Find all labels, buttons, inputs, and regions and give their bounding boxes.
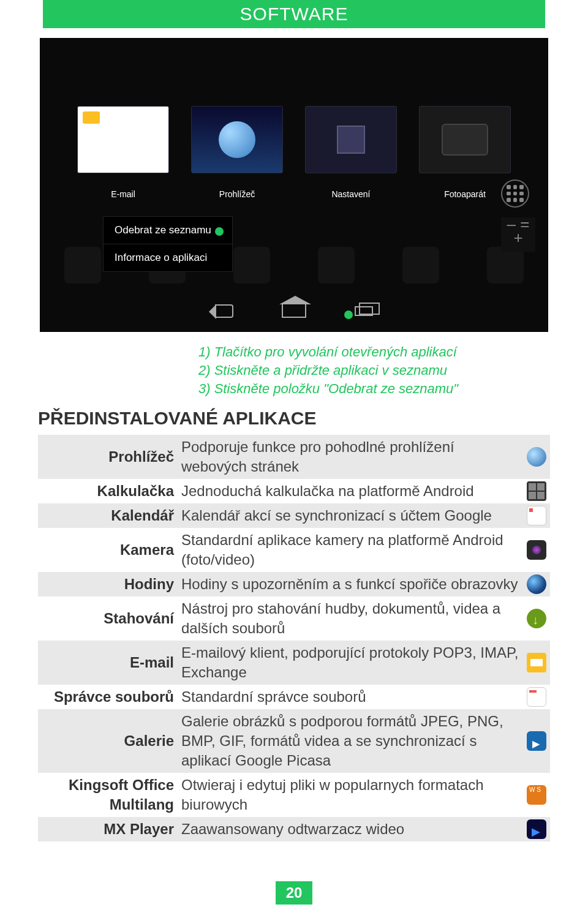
app-name: MX Player xyxy=(38,817,179,841)
recent-apps-row: E-mail Prohlížeč Nastavení Fotoaparát xyxy=(77,106,511,199)
app-icon-cell xyxy=(523,685,550,709)
recent-app-label: Prohlížeč xyxy=(219,189,255,199)
mail-icon xyxy=(527,653,546,672)
app-name: Kalendář xyxy=(38,503,179,528)
app-icon-cell xyxy=(523,709,550,773)
recent-app-label: Nastavení xyxy=(331,189,370,199)
nav-recent-button[interactable] xyxy=(350,302,377,320)
app-name: Prohlížeč xyxy=(38,435,179,479)
context-menu: Odebrat ze seznamu Informace o aplikaci xyxy=(103,216,233,272)
app-name: Správce souborů xyxy=(38,685,179,709)
page-number: 20 xyxy=(276,881,312,905)
app-icon-cell xyxy=(523,641,550,685)
browser-thumb xyxy=(191,106,283,173)
app-icon-cell xyxy=(523,596,550,641)
cam-icon xyxy=(527,540,546,560)
mx-icon xyxy=(527,819,546,839)
app-icon-cell xyxy=(523,435,550,479)
callout-line: 3) Stiskněte položku "Odebrat ze seznamu… xyxy=(196,380,518,398)
app-name: Hodiny xyxy=(38,572,179,596)
app-name: Galerie xyxy=(38,709,179,773)
app-description: Otwieraj i edytuj pliki w popularnych fo… xyxy=(179,773,523,817)
recent-app-camera[interactable]: Fotoaparát xyxy=(419,106,511,199)
dl-icon xyxy=(527,609,546,628)
calculator-widget-icon: – =+ xyxy=(501,217,535,252)
table-row: GalerieGalerie obrázků s podporou formát… xyxy=(38,709,550,773)
header-bar: SOFTWARE xyxy=(43,0,545,28)
recent-app-label: Fotoaparát xyxy=(444,189,486,199)
callout-line: 1) Tlačítko pro vyvolání otevřených apli… xyxy=(196,343,518,361)
app-name: Kingsoft Office Multilang xyxy=(38,773,179,817)
app-name: Kalkulačka xyxy=(38,479,179,503)
callout-marker-3 xyxy=(215,227,224,236)
table-row: StahováníNástroj pro stahování hudby, do… xyxy=(38,596,550,641)
recent-app-settings[interactable]: Nastavení xyxy=(305,106,397,199)
app-description: E-mailový klient, podporující protokoly … xyxy=(179,641,523,685)
browser-icon xyxy=(527,447,546,467)
app-description: Standardní aplikace kamery na platformě … xyxy=(179,528,523,572)
app-description: Galerie obrázků s podporou formátů JPEG,… xyxy=(179,709,523,773)
gal-icon xyxy=(527,731,546,751)
camera-thumb xyxy=(419,106,511,173)
recent-app-label: E-mail xyxy=(111,189,135,199)
nav-bar xyxy=(40,302,548,320)
table-row: KameraStandardní aplikace kamery na plat… xyxy=(38,528,550,572)
app-description: Jednoduchá kalkulačka na platformě Andro… xyxy=(179,479,523,503)
header-title: SOFTWARE xyxy=(240,4,349,24)
table-row: HodinyHodiny s upozorněním a s funkcí sp… xyxy=(38,572,550,596)
app-icon-cell xyxy=(523,572,550,596)
app-name: Stahování xyxy=(38,596,179,641)
table-row: ProhlížečPodporuje funkce pro pohodlné p… xyxy=(38,435,550,479)
menu-info[interactable]: Informace o aplikaci xyxy=(104,244,232,271)
calc-icon xyxy=(527,481,546,501)
app-description: Podporuje funkce pro pohodlné prohlížení… xyxy=(179,435,523,479)
app-description: Nástroj pro stahování hudby, dokumentů, … xyxy=(179,596,523,641)
app-description: Kalendář akcí se synchronizací s účtem G… xyxy=(179,503,523,528)
email-thumb xyxy=(77,106,169,173)
callout-marker-1 xyxy=(344,310,353,319)
recent-app-email[interactable]: E-mail xyxy=(77,106,169,199)
table-row: E-mailE-mailový klient, podporující prot… xyxy=(38,641,550,685)
clock-icon xyxy=(527,574,546,594)
app-icon-cell xyxy=(523,479,550,503)
app-description: Hodiny s upozorněním a s funkcí spořiče … xyxy=(179,572,523,596)
ko-icon xyxy=(527,785,546,805)
callout-box: 1) Tlačítko pro vyvolání otevřených apli… xyxy=(196,343,518,398)
fm-icon xyxy=(527,687,546,707)
table-row: MX PlayerZaawansowany odtwarzacz wideo xyxy=(38,817,550,841)
app-description: Standardní správce souborů xyxy=(179,685,523,709)
table-row: Správce souborůStandardní správce soubor… xyxy=(38,685,550,709)
tablet-screenshot: E-mail Prohlížeč Nastavení Fotoaparát – … xyxy=(40,38,548,332)
app-description: Zaawansowany odtwarzacz wideo xyxy=(179,817,523,841)
table-row: Kingsoft Office MultilangOtwieraj i edyt… xyxy=(38,773,550,817)
menu-remove[interactable]: Odebrat ze seznamu xyxy=(104,217,232,244)
table-row: KalendářKalendář akcí se synchronizací s… xyxy=(38,503,550,528)
nav-back-button[interactable] xyxy=(211,302,238,320)
recent-app-browser[interactable]: Prohlížeč xyxy=(191,106,283,199)
app-icon-cell xyxy=(523,773,550,817)
app-icon-cell xyxy=(523,817,550,841)
apps-drawer-icon[interactable] xyxy=(501,179,529,208)
app-name: E-mail xyxy=(38,641,179,685)
preinstalled-apps-table: ProhlížečPodporuje funkce pro pohodlné p… xyxy=(38,435,550,841)
settings-thumb xyxy=(305,106,397,173)
callout-line: 2) Stiskněte a přidržte aplikaci v sezna… xyxy=(196,361,518,380)
app-name: Kamera xyxy=(38,528,179,572)
app-icon-cell xyxy=(523,503,550,528)
section-title: PŘEDINSTALOVANÉ APLIKACE xyxy=(38,408,588,429)
table-row: KalkulačkaJednoduchá kalkulačka na platf… xyxy=(38,479,550,503)
nav-home-button[interactable] xyxy=(281,302,307,320)
cal-icon xyxy=(527,506,546,525)
app-icon-cell xyxy=(523,528,550,572)
